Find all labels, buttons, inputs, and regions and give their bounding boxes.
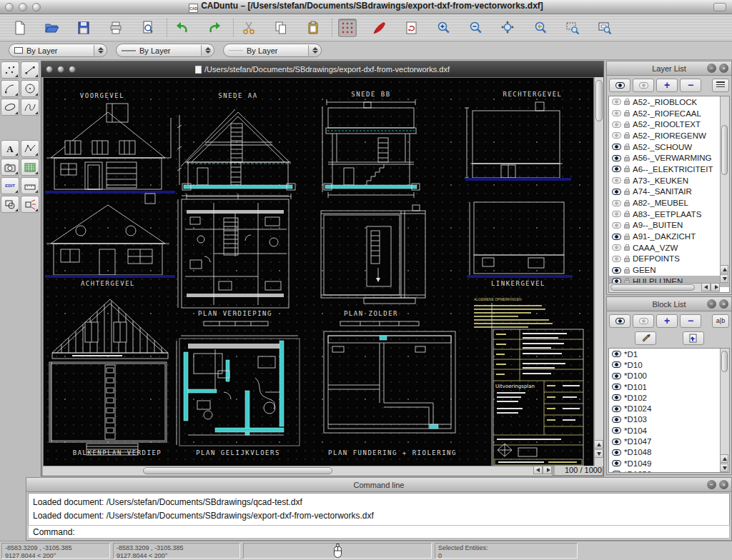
layer-visibility-icon[interactable] — [612, 155, 621, 161]
panel-undock-icon[interactable]: − — [707, 64, 716, 73]
draw-pen-icon[interactable] — [370, 19, 389, 37]
remove-layer-button[interactable]: − — [680, 79, 701, 92]
scroll-left-arrow[interactable] — [701, 283, 711, 291]
block-visibility-icon[interactable] — [612, 439, 621, 445]
polyline-tool-button[interactable] — [21, 140, 39, 157]
new-document-icon[interactable] — [10, 19, 29, 37]
remove-block-button[interactable]: − — [680, 314, 701, 328]
block-scroll-thumb[interactable] — [721, 351, 728, 372]
lock-icon[interactable] — [624, 179, 630, 184]
pen-color-popup[interactable]: By Layer — [9, 44, 107, 57]
text-tool-button[interactable]: A — [1, 140, 19, 157]
panel-undock-icon[interactable]: − — [707, 299, 716, 309]
layer-row[interactable]: A74-_SANITAIR — [609, 186, 729, 198]
block-visibility-icon[interactable] — [612, 416, 621, 423]
image-tool-button[interactable] — [1, 159, 19, 176]
layer-row[interactable]: A9--_BUITEN — [609, 220, 729, 231]
lock-icon[interactable] — [624, 202, 630, 206]
block-row[interactable]: *D102 — [609, 392, 729, 403]
block-row[interactable]: *D103 — [609, 414, 729, 425]
lock-icon[interactable] — [624, 157, 630, 161]
layer-visibility-icon[interactable] — [612, 211, 621, 217]
block-row[interactable]: *D104 — [609, 425, 729, 436]
rename-block-button[interactable]: a|b — [712, 314, 729, 328]
show-all-layers-button[interactable] — [609, 79, 630, 92]
scroll-up-arrow[interactable] — [720, 454, 728, 463]
zoom-pan-icon[interactable] — [595, 19, 614, 37]
block-visibility-icon[interactable] — [612, 361, 621, 368]
panel-close-icon[interactable]: × — [719, 480, 728, 489]
zoom-in-icon[interactable] — [435, 19, 453, 37]
block-list-header[interactable]: Block List −× — [607, 297, 731, 311]
lock-icon[interactable] — [624, 213, 630, 217]
block-visibility-icon[interactable] — [612, 394, 621, 401]
redraw-icon[interactable] — [402, 19, 421, 37]
scroll-down-arrow[interactable] — [720, 464, 728, 472]
paste-icon[interactable] — [304, 19, 322, 37]
scroll-down-arrow[interactable] — [594, 449, 603, 458]
layer-visibility-icon[interactable] — [612, 222, 621, 229]
edit-block-button[interactable] — [635, 331, 656, 345]
layer-visibility-icon[interactable] — [612, 200, 621, 206]
lock-icon[interactable] — [624, 124, 630, 128]
save-file-icon[interactable] — [74, 19, 93, 37]
layer-visibility-icon[interactable] — [612, 121, 621, 128]
layer-row[interactable]: A82-_MEUBEL — [609, 197, 729, 209]
layer-row[interactable]: DEFPOINTS — [609, 254, 729, 265]
command-line-header[interactable]: Command line −× — [26, 478, 731, 492]
print-preview-icon[interactable] — [139, 19, 157, 37]
drawing-canvas[interactable]: .dr * { stroke:#e2e2e2; stroke-width:.8;… — [43, 77, 594, 466]
layer-visibility-icon[interactable] — [612, 166, 621, 172]
titlebar-widget[interactable] — [713, 3, 726, 11]
scroll-up-arrow[interactable] — [720, 265, 728, 274]
grid-toggle-icon[interactable] — [338, 19, 357, 37]
block-visibility-icon[interactable] — [612, 471, 621, 473]
layer-visibility-icon[interactable] — [612, 110, 621, 116]
undo-icon[interactable] — [173, 19, 192, 37]
explode-tool-button[interactable] — [21, 196, 39, 213]
hatch-tool-button[interactable] — [21, 159, 39, 176]
lock-icon[interactable] — [624, 112, 630, 116]
layer-attributes-button[interactable] — [712, 79, 729, 92]
block-row[interactable]: *D1 — [609, 349, 729, 359]
layer-row[interactable]: A91-_DAKZICHT — [609, 231, 729, 242]
horizontal-scroll-thumb[interactable] — [143, 467, 332, 474]
scroll-left-arrow[interactable] — [533, 466, 543, 474]
block-visibility-icon[interactable] — [612, 406, 621, 412]
add-layer-button[interactable]: + — [656, 79, 678, 92]
block-row[interactable]: *D1047 — [609, 436, 729, 446]
layer-row[interactable]: A83-_EETPLAATS — [609, 209, 729, 220]
ellipse-tool-button[interactable] — [1, 99, 19, 116]
block-row[interactable]: *D10 — [609, 359, 729, 370]
layer-row[interactable]: A73-_KEUKEN — [609, 175, 729, 186]
zoom-out-icon[interactable] — [467, 19, 485, 37]
scroll-right-arrow[interactable] — [543, 466, 552, 474]
pen-width-popup[interactable]: By Layer — [116, 44, 214, 57]
layer-row[interactable]: A6--_ELEKTRICITEIT — [609, 164, 729, 175]
layer-visibility-icon[interactable] — [612, 144, 621, 150]
insert-block-button[interactable] — [683, 331, 704, 345]
block-row[interactable]: *D100 — [609, 371, 729, 381]
layer-row[interactable]: A52-_RIOOLTEXT — [609, 119, 729, 130]
show-all-blocks-button[interactable] — [609, 314, 630, 328]
lock-icon[interactable] — [624, 134, 630, 139]
panel-undock-icon[interactable]: − — [707, 480, 716, 489]
layer-visibility-icon[interactable] — [612, 234, 621, 240]
edit-tool-button[interactable]: EDIT — [1, 177, 19, 194]
vertical-scroll-thumb[interactable] — [595, 80, 603, 121]
add-block-button[interactable]: + — [656, 314, 678, 328]
scroll-down-arrow[interactable] — [720, 274, 728, 283]
hide-all-layers-button[interactable] — [633, 79, 654, 92]
pen-style-popup[interactable]: By Layer — [223, 44, 322, 57]
canvas-horizontal-scrollbar[interactable] — [43, 466, 552, 476]
block-visibility-icon[interactable] — [612, 449, 621, 456]
auto-zoom-icon[interactable] — [499, 19, 518, 37]
spline-tool-button[interactable] — [21, 99, 39, 116]
layer-list-vscrollbar[interactable] — [720, 96, 729, 283]
layer-row[interactable]: A52-_RIOFECAAL — [609, 108, 729, 119]
layer-visibility-icon[interactable] — [612, 256, 621, 262]
panel-close-icon[interactable]: × — [719, 64, 728, 73]
canvas-vertical-scrollbar[interactable] — [594, 77, 603, 466]
cut-icon[interactable] — [239, 19, 258, 37]
layer-list-hscrollbar[interactable] — [609, 283, 720, 292]
